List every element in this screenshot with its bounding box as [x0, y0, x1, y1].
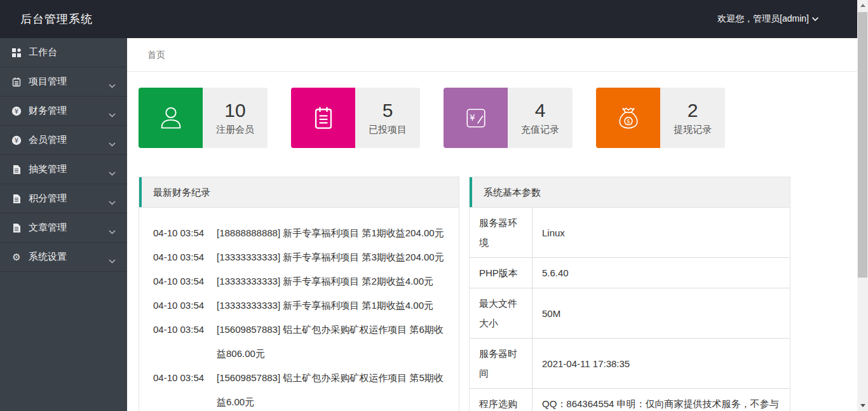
document-icon [11, 223, 22, 233]
stat-value: 2 [688, 100, 698, 121]
sidebar-item-members[interactable]: ¥ 会员管理 [0, 126, 127, 155]
finance-record: 04-10 03:54 [13333333333] 新手专享福利项目 第3期收益… [153, 245, 449, 269]
stat-label: 已投项目 [369, 124, 407, 136]
sidebar-item-label: 抽奖管理 [29, 163, 67, 175]
finance-panel-header: 最新财务纪录 [139, 177, 459, 208]
user-menu[interactable]: 欢迎您，管理员[admin] [717, 0, 819, 38]
system-params-table: 服务器环境 Linux PHP版本 5.6.40 最大文件大小 50M 服务器时… [470, 208, 790, 411]
panel-title: 系统基本参数 [484, 187, 541, 198]
param-label: 服务器环境 [470, 208, 532, 257]
chevron-down-icon [109, 255, 116, 266]
record-time: 04-10 03:54 [153, 318, 217, 366]
record-text: [13333333333] 新手专享福利项目 第3期收益204.00元 [217, 245, 449, 269]
sidebar-item-finance[interactable]: ¥ 财务管理 [0, 97, 127, 126]
record-time: 04-10 03:54 [153, 269, 217, 293]
table-row: 最大文件大小 50M [470, 288, 790, 339]
stat-card-text: 10 注册会员 [203, 88, 268, 148]
main-content: 首页 10 注册会员 [127, 38, 857, 411]
stat-card-invested-projects[interactable]: 5 已投项目 [291, 88, 420, 148]
welcome-text: 欢迎您，管理员[admin] [717, 13, 809, 25]
vertical-scrollbar[interactable] [857, 0, 868, 411]
chevron-down-icon [109, 138, 116, 149]
param-value: QQ：864364554 申明：仅向商家提供技术服务，不参与任 [532, 389, 790, 411]
sidebar-item-label: 系统设置 [29, 251, 67, 263]
stat-value: 4 [535, 100, 546, 121]
param-label: PHP版本 [470, 258, 532, 288]
sidebar-item-workbench[interactable]: 工作台 [0, 38, 127, 67]
stat-value: 5 [383, 100, 393, 121]
chevron-down-icon [109, 109, 116, 119]
stat-cards-row: 10 注册会员 5 已投项目 ¥ [139, 88, 857, 148]
chevron-down-icon [109, 167, 116, 178]
system-panel-header: 系统基本参数 [470, 177, 790, 208]
param-label: 服务器时间 [470, 339, 532, 388]
sidebar-item-label: 会员管理 [29, 134, 67, 146]
document-icon [11, 165, 22, 175]
record-text: [15609857883] 铝土矿包办采购矿权运作项目 第6期收益806.00元 [217, 318, 449, 366]
finance-record: 04-10 03:54 [13333333333] 新手专享福利项目 第1期收益… [153, 293, 449, 318]
stat-card-withdraw-records[interactable]: $ 2 提现记录 [596, 88, 725, 148]
system-params-panel: 系统基本参数 服务器环境 Linux PHP版本 5.6.40 最大文件大小 5… [469, 177, 790, 411]
gear-icon: ⚙ [11, 252, 22, 262]
param-value: 2021-04-11 17:38:35 [532, 339, 790, 388]
svg-text:$: $ [627, 118, 630, 125]
triangle-down-icon [860, 404, 865, 407]
finance-record: 04-10 03:54 [15609857883] 铝土矿包办采购矿权运作项目 … [153, 318, 449, 366]
console-grid-icon [11, 48, 22, 58]
clipboard-icon [291, 88, 355, 148]
table-row: PHP版本 5.6.40 [470, 258, 790, 288]
record-text: [13333333333] 新手专享福利项目 第1期收益4.00元 [217, 293, 449, 318]
clipboard-icon [11, 77, 22, 87]
scroll-down-button[interactable] [857, 400, 868, 411]
record-text: [15609857883] 铝土矿包办采购矿权运作项目 第5期收益6.00元 [217, 366, 449, 411]
table-row: 程序选购 QQ：864364554 申明：仅向商家提供技术服务，不参与任 [470, 389, 790, 411]
table-row: 服务器环境 Linux [470, 208, 790, 258]
stat-label: 提现记录 [674, 124, 712, 136]
param-value: 5.6.40 [532, 258, 790, 288]
svg-text:¥: ¥ [469, 112, 475, 122]
sidebar: 工作台 项目管理 ¥ 财务管理 [0, 38, 127, 411]
finance-records-panel: 最新财务纪录 04-10 03:54 [18888888888] 新手专享福利项… [139, 177, 459, 411]
svg-text:¥: ¥ [15, 107, 18, 114]
accent-bar [139, 177, 142, 207]
svg-text:¥: ¥ [15, 137, 18, 144]
param-value: 50M [532, 288, 790, 338]
stat-label: 充值记录 [521, 124, 559, 136]
sidebar-item-lottery[interactable]: 抽奖管理 [0, 155, 127, 184]
sidebar-item-label: 财务管理 [29, 105, 67, 117]
stat-label: 注册会员 [216, 124, 254, 136]
record-time: 04-10 03:54 [153, 366, 217, 411]
record-time: 04-10 03:54 [153, 245, 217, 269]
triangle-up-icon [860, 4, 865, 7]
stat-card-recharge-records[interactable]: ¥ 4 充值记录 [444, 88, 573, 148]
sidebar-item-settings[interactable]: ⚙ 系统设置 [0, 243, 127, 272]
finance-record: 04-10 03:54 [15609857883] 铝土矿包办采购矿权运作项目 … [153, 366, 449, 411]
record-text: [13333333333] 新手专享福利项目 第2期收益4.00元 [217, 269, 449, 293]
panel-title: 最新财务纪录 [153, 187, 210, 198]
chevron-down-icon [109, 196, 116, 207]
param-label: 程序选购 [470, 389, 532, 411]
sidebar-item-label: 积分管理 [29, 192, 67, 205]
chevron-down-icon [109, 79, 116, 90]
sidebar-item-points[interactable]: 积分管理 [0, 184, 127, 213]
stat-card-registered-members[interactable]: 10 注册会员 [139, 88, 268, 148]
scroll-up-button[interactable] [857, 0, 868, 11]
yen-circle-icon: ¥ [11, 135, 22, 145]
breadcrumb: 首页 [127, 38, 857, 72]
record-text: [18888888888] 新手专享福利项目 第1期收益204.00元 [217, 221, 449, 245]
finance-records-list: 04-10 03:54 [18888888888] 新手专享福利项目 第1期收益… [139, 208, 459, 411]
stat-card-text: 2 提现记录 [660, 88, 725, 148]
sidebar-item-articles[interactable]: 文章管理 [0, 213, 127, 243]
top-header: 后台管理系统 欢迎您，管理员[admin] [0, 0, 857, 38]
scrollbar-thumb[interactable] [858, 12, 867, 278]
chevron-down-icon [109, 226, 116, 236]
sidebar-item-label: 工作台 [29, 46, 57, 58]
stat-value: 10 [224, 100, 245, 121]
record-time: 04-10 03:54 [153, 221, 217, 245]
breadcrumb-home-link[interactable]: 首页 [147, 50, 165, 60]
stat-card-text: 5 已投项目 [355, 88, 420, 148]
sidebar-item-label: 文章管理 [29, 222, 67, 234]
param-value: Linux [532, 208, 790, 257]
sidebar-item-projects[interactable]: 项目管理 [0, 67, 127, 97]
user-icon [139, 88, 203, 148]
